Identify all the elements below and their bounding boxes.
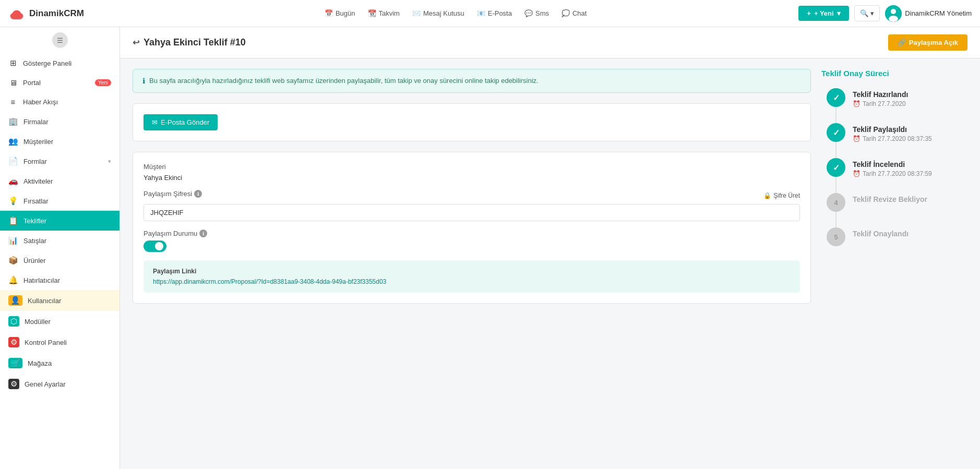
logo: DinamikCRM bbox=[8, 8, 113, 19]
users-icon: 👤 bbox=[8, 295, 22, 306]
sidebar-item-moduller[interactable]: ⬡ Modüller bbox=[0, 311, 119, 332]
timeline-circle-3: ✓ bbox=[827, 158, 845, 177]
timeline-heading-4: Teklif Revize Bekliyor bbox=[853, 195, 927, 203]
svg-point-6 bbox=[889, 16, 898, 22]
generate-password-button[interactable]: 🔒 Şifre Üret bbox=[763, 192, 800, 199]
status-group: Paylaşım Durumu ℹ bbox=[144, 230, 800, 252]
sidebar-item-aktiviteler[interactable]: 🚗 Aktiviteler bbox=[0, 171, 119, 191]
clock-icon-2: ⏰ bbox=[853, 135, 861, 142]
page-title-group: ↩ Yahya Ekinci Teklif #10 bbox=[133, 37, 246, 48]
svg-point-3 bbox=[11, 13, 22, 19]
chevron-right-icon: ▾ bbox=[108, 158, 111, 165]
sidebar-item-kontrol-paneli[interactable]: ⚙ Kontrol Paneli bbox=[0, 332, 119, 353]
password-row: Paylaşım Şifresi ℹ 🔒 Şifre Üret bbox=[144, 190, 800, 201]
nav-chat[interactable]: 💭 Chat bbox=[561, 9, 587, 17]
news-icon: ≡ bbox=[8, 98, 18, 106]
dashboard-icon: ⊞ bbox=[8, 58, 18, 68]
nav-sms[interactable]: 💬 Sms bbox=[524, 9, 549, 17]
password-info-icon[interactable]: ℹ bbox=[194, 190, 202, 198]
nav-email[interactable]: 📧 E-Posta bbox=[477, 9, 512, 17]
timeline-circle-1: ✓ bbox=[827, 88, 845, 107]
chat-icon: 💭 bbox=[561, 9, 570, 17]
content-area: ℹ Bu sayfa aracılığıyla hazırladığınız t… bbox=[120, 58, 980, 324]
sidebar-item-teklifler[interactable]: 📋 Teklifler bbox=[0, 211, 119, 231]
customer-label: Müşteri bbox=[144, 163, 800, 171]
topnav: DinamikCRM 📅 Bugün 📆 Takvim ✉️ Mesaj Kut… bbox=[0, 0, 980, 27]
search-button[interactable]: 🔍 ▾ bbox=[854, 5, 880, 21]
search-icon: 🔍 bbox=[860, 9, 869, 17]
status-label: Paylaşım Durumu ℹ bbox=[144, 230, 800, 237]
sidebar-item-portal[interactable]: 🖥 Portal Yeni bbox=[0, 73, 119, 92]
envelope-icon: ✉ bbox=[152, 118, 158, 126]
timeline-heading-2: Teklif Paylaşıldı bbox=[853, 125, 932, 134]
svg-point-5 bbox=[891, 9, 896, 14]
sidebar-toggle-button[interactable]: ☰ bbox=[52, 32, 68, 48]
email-icon: 📧 bbox=[477, 9, 485, 17]
company-icon: 🏢 bbox=[8, 117, 18, 126]
sidebar-item-hatirlaticilar[interactable]: 🔔 Hatırlatıcılar bbox=[0, 270, 119, 290]
portal-icon: 🖥 bbox=[8, 78, 18, 87]
calendar-icon: 📅 bbox=[325, 9, 333, 17]
clock-icon: ⏰ bbox=[853, 100, 861, 107]
products-icon: 📦 bbox=[8, 256, 18, 265]
plus-icon: + bbox=[807, 9, 811, 17]
sidebar-item-urunler[interactable]: 📦 Ürünler bbox=[0, 250, 119, 270]
timeline: ✓ Teklif Hazırlandı ⏰ Tarih 27.7.2020 bbox=[821, 88, 967, 246]
nav-today[interactable]: 📅 Bugün bbox=[325, 9, 355, 17]
share-link[interactable]: https://app.dinamikcrm.com/Proposal/?Id=… bbox=[153, 278, 791, 285]
calendar2-icon: 📆 bbox=[368, 9, 376, 17]
send-email-button[interactable]: ✉ E-Posta Gönder bbox=[144, 114, 218, 130]
timeline-step-1: ✓ Teklif Hazırlandı ⏰ Tarih 27.7.2020 bbox=[827, 88, 967, 107]
sidebar-item-firmalar[interactable]: 🏢 Firmalar bbox=[0, 112, 119, 131]
toggle-wrapper bbox=[144, 240, 800, 252]
sidebar-item-haber-akisi[interactable]: ≡ Haber Akışı bbox=[0, 92, 119, 112]
link-box: Paylaşım Linki https://app.dinamikcrm.co… bbox=[144, 260, 800, 293]
password-input[interactable] bbox=[144, 204, 800, 221]
app-name: DinamikCRM bbox=[29, 8, 84, 19]
sidebar-item-satislar[interactable]: 📊 Satışlar bbox=[0, 231, 119, 250]
content-right: Teklif Onay Süreci ✓ Teklif Hazırlandı ⏰… bbox=[821, 69, 967, 314]
status-info-icon[interactable]: ℹ bbox=[199, 230, 207, 237]
control-icon: ⚙ bbox=[8, 337, 19, 347]
content-left: ℹ Bu sayfa aracılığıyla hazırladığınız t… bbox=[133, 69, 811, 314]
share-toggle[interactable] bbox=[144, 240, 166, 252]
customers-icon: 👥 bbox=[8, 137, 18, 146]
password-label: Paylaşım Şifresi ℹ bbox=[144, 190, 202, 198]
customer-value: Yahya Ekinci bbox=[144, 174, 800, 182]
chevron-down-icon: ▾ bbox=[837, 9, 841, 17]
sidebar-item-musteriler[interactable]: 👥 Müşteriler bbox=[0, 131, 119, 151]
timeline-content-2: Teklif Paylaşıldı ⏰ Tarih 27.7.2020 08:3… bbox=[853, 123, 932, 142]
sidebar-item-gosterge-paneli[interactable]: ⊞ Gösterge Paneli bbox=[0, 53, 119, 73]
sidebar-item-firsatlar[interactable]: 💡 Fırsatlar bbox=[0, 191, 119, 211]
sidebar-item-kullanicilar[interactable]: 👤 Kullanıcılar bbox=[0, 290, 119, 311]
mail-icon: ✉️ bbox=[412, 9, 421, 17]
new-button[interactable]: + + Yeni ▾ bbox=[798, 6, 848, 21]
timeline-step-4: 4 Teklif Revize Bekliyor bbox=[827, 193, 967, 212]
info-icon: ℹ bbox=[142, 77, 145, 85]
lock-icon: 🔒 bbox=[763, 192, 771, 199]
offers-icon: 📋 bbox=[8, 216, 18, 225]
sidebar-toggle-area: ☰ bbox=[0, 27, 119, 53]
user-menu[interactable]: DinamikCRM Yönetim bbox=[885, 5, 972, 22]
timeline-content-4: Teklif Revize Bekliyor bbox=[853, 193, 927, 205]
nav-calendar[interactable]: 📆 Takvim bbox=[368, 9, 400, 17]
timeline-circle-5: 5 bbox=[827, 227, 845, 246]
back-button[interactable]: ↩ bbox=[133, 38, 139, 47]
timeline-step-5: 5 Teklif Onaylandı bbox=[827, 227, 967, 246]
modules-icon: ⬡ bbox=[8, 316, 19, 327]
nav-messages[interactable]: ✉️ Mesaj Kutusu bbox=[412, 9, 464, 17]
avatar bbox=[885, 5, 902, 22]
timeline-content-3: Teklif İncelendi ⏰ Tarih 27.7.2020 08:37… bbox=[853, 158, 932, 177]
sidebar-item-genel-ayarlar[interactable]: ⚙ Genel Ayarlar bbox=[0, 374, 119, 394]
share-button[interactable]: 🔗 Paylaşıma Açık bbox=[888, 34, 967, 51]
topnav-right: + + Yeni ▾ 🔍 ▾ DinamikCRM Yönetim bbox=[798, 5, 972, 22]
sidebar-item-magaza[interactable]: 🛒 Mağaza bbox=[0, 353, 119, 374]
timeline-content-1: Teklif Hazırlandı ⏰ Tarih 27.7.2020 bbox=[853, 88, 908, 107]
activities-icon: 🚗 bbox=[8, 176, 18, 186]
sidebar-item-formlar[interactable]: 📄 Formlar ▾ bbox=[0, 151, 119, 171]
details-card: Müşteri Yahya Ekinci Paylaşım Şifresi ℹ … bbox=[133, 152, 811, 304]
timeline-step-2: ✓ Teklif Paylaşıldı ⏰ Tarih 27.7.2020 08… bbox=[827, 123, 967, 142]
main-content: ↩ Yahya Ekinci Teklif #10 🔗 Paylaşıma Aç… bbox=[120, 27, 980, 469]
timeline-content-5: Teklif Onaylandı bbox=[853, 227, 909, 239]
topnav-center: 📅 Bugün 📆 Takvim ✉️ Mesaj Kutusu 📧 E-Pos… bbox=[113, 9, 798, 17]
